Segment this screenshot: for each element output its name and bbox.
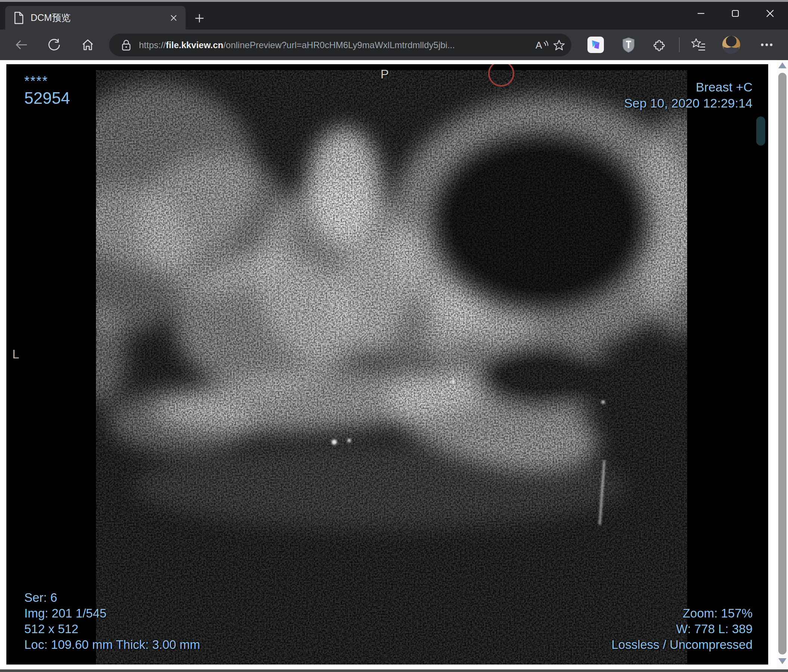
lock-icon bbox=[121, 39, 132, 51]
browser-tab[interactable]: DCM预览 bbox=[5, 6, 186, 30]
translate-extension-button[interactable] bbox=[588, 36, 604, 53]
overlay-bottom-right: Zoom: 157% W: 778 L: 389 Lossless / Unco… bbox=[612, 605, 753, 653]
url-text[interactable]: https://file.kkview.cn/onlinePreview?url… bbox=[139, 40, 533, 51]
window-minimize-button[interactable] bbox=[688, 2, 714, 25]
ellipsis-icon bbox=[760, 43, 773, 47]
read-aloud-button[interactable]: A bbox=[533, 36, 550, 54]
patient-name-masked: **** bbox=[24, 74, 70, 89]
url-path: /onlinePreview?url=aHR0cHM6Ly9maWxlLmtrd… bbox=[223, 40, 455, 50]
star-icon bbox=[553, 39, 565, 51]
page-icon bbox=[13, 11, 24, 24]
study-description: Breast +C bbox=[624, 79, 753, 95]
read-aloud-icon: A bbox=[535, 40, 549, 51]
scrollbar-thumb[interactable] bbox=[778, 73, 786, 655]
settings-more-button[interactable] bbox=[755, 30, 778, 60]
window-maximize-button[interactable] bbox=[723, 2, 748, 25]
compression-info: Lossless / Uncompressed bbox=[612, 637, 753, 653]
toolbar-divider bbox=[679, 37, 680, 52]
overlay-top-left: **** 52954 bbox=[24, 74, 70, 108]
puzzle-icon bbox=[653, 38, 667, 52]
maximize-icon bbox=[731, 10, 739, 17]
series-number: Ser: 6 bbox=[24, 590, 200, 605]
profile-avatar[interactable] bbox=[722, 36, 740, 54]
browser-titlebar: DCM预览 bbox=[0, 2, 788, 30]
plus-icon bbox=[195, 13, 204, 23]
home-icon bbox=[81, 39, 94, 51]
mri-image bbox=[6, 64, 768, 664]
patient-id: 52954 bbox=[24, 89, 70, 108]
scrollbar-up-arrow-icon[interactable] bbox=[778, 62, 786, 68]
shield-t-icon bbox=[621, 37, 635, 52]
window-level: W: 778 L: 389 bbox=[612, 621, 753, 637]
new-tab-button[interactable] bbox=[191, 11, 208, 25]
slice-location: Loc: 109.60 mm Thick: 3.00 mm bbox=[24, 637, 200, 653]
extensions-button[interactable] bbox=[650, 30, 670, 60]
refresh-button[interactable] bbox=[44, 30, 65, 60]
favorites-list-button[interactable] bbox=[688, 30, 709, 60]
overlay-top-right: Breast +C Sep 10, 2020 12:29:14 bbox=[624, 79, 753, 111]
window-bottom-border bbox=[0, 669, 788, 672]
image-matrix: 512 x 512 bbox=[24, 621, 200, 637]
home-button[interactable] bbox=[77, 30, 98, 60]
window-close-button[interactable] bbox=[757, 2, 783, 25]
orientation-marker-left: L bbox=[12, 347, 19, 361]
minimize-icon bbox=[697, 10, 705, 17]
zoom-level: Zoom: 157% bbox=[612, 605, 753, 621]
browser-toolbar: https://file.kkview.cn/onlinePreview?url… bbox=[0, 30, 788, 60]
back-button[interactable] bbox=[11, 30, 32, 60]
page-background: **** 52954 Breast +C Sep 10, 2020 12:29:… bbox=[0, 60, 788, 669]
bird-extension-icon bbox=[590, 39, 602, 51]
tampermonkey-extension-button[interactable] bbox=[618, 30, 639, 60]
tab-title: DCM预览 bbox=[31, 11, 71, 24]
favorites-list-icon bbox=[691, 38, 706, 52]
image-number: Img: 201 1/545 bbox=[24, 605, 200, 621]
close-icon bbox=[170, 14, 177, 22]
orientation-marker-posterior: P bbox=[381, 67, 389, 81]
tab-close-button[interactable] bbox=[167, 11, 180, 25]
favorite-star-button[interactable] bbox=[550, 36, 568, 54]
close-icon bbox=[766, 9, 775, 18]
url-domain: file.kkview.cn bbox=[166, 40, 223, 50]
overlay-bottom-left: Ser: 6 Img: 201 1/545 512 x 512 Loc: 109… bbox=[24, 590, 200, 653]
refresh-icon bbox=[48, 38, 60, 51]
address-bar[interactable]: https://file.kkview.cn/onlinePreview?url… bbox=[109, 33, 571, 56]
scrollbar-down-arrow-icon[interactable] bbox=[778, 658, 786, 664]
dicom-viewer-canvas[interactable]: **** 52954 Breast +C Sep 10, 2020 12:29:… bbox=[6, 64, 768, 664]
url-scheme: https:// bbox=[139, 40, 166, 50]
svg-text:A: A bbox=[535, 40, 542, 51]
back-arrow-icon bbox=[15, 39, 28, 51]
page-scrollbar[interactable] bbox=[777, 60, 788, 669]
study-datetime: Sep 10, 2020 12:29:14 bbox=[624, 95, 753, 111]
slice-position-indicator bbox=[756, 116, 765, 146]
